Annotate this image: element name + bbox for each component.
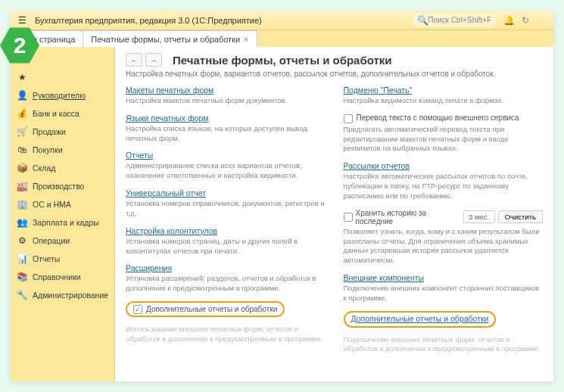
print-submenu-desc: Настройка видимости команд печати в форм… [344,96,544,106]
sidebar-icon: 👥 [17,217,27,228]
desc: Настройка списка языков, на которых дост… [126,124,326,144]
sidebar-icon: ⚙ [17,235,27,246]
right-footer-desc: Подключение внешних печатных форм, отчет… [344,335,544,355]
mailing-desc: Настройка автоматических рассылок отчето… [344,172,544,201]
checkbox-translate[interactable] [344,114,353,123]
sidebar-label: Справочники [33,272,81,282]
app-window: ☰ Бухгалтерия предприятия, редакция 3.0 … [11,11,553,381]
sidebar-label: Отчеты [33,254,60,263]
sidebar-icon: 🛍 [17,145,27,155]
sidebar-icon: 🏢 [17,199,27,210]
sidebar-item-11[interactable]: 📊Отчеты [11,250,114,268]
sidebar-icon: 📊 [17,254,27,264]
page-subtitle: Настройка печатных форм, вариантов отчет… [126,70,543,78]
search-input[interactable]: 🔍 Поиск Ctrl+Shift+F [413,14,496,27]
tab-print-forms[interactable]: Печатные формы, отчеты и обработки × [83,30,257,47]
sidebar-icon: 📚 [17,272,27,282]
link-2[interactable]: Отчеты [126,151,153,160]
step-badge: 2 [0,26,39,71]
main-content: ← → Печатные формы, отчеты и обработки Н… [115,47,553,381]
history-icon[interactable]: ↻ [520,15,531,26]
highlight-additional-reports-link: Дополнительные отчеты и обработки [344,311,497,328]
sidebar-icon: ★ [17,72,27,82]
close-icon[interactable]: × [244,35,248,44]
translate-label: Перевод текста с помощью внешнего сервис… [357,114,519,122]
print-submenu-link[interactable]: Подменю "Печать" [344,86,413,95]
history-input[interactable] [463,210,495,223]
highlight-additional-reports: ✓Дополнительные отчеты и обработки [126,301,285,317]
search-icon: 🔍 [417,15,428,26]
sidebar-icon: 🛒 [17,126,27,137]
sidebar-item-3[interactable]: 💰Банк и касса [11,104,114,123]
checkbox-additional-reports[interactable]: ✓ [133,305,142,314]
back-button[interactable]: ← [126,53,142,67]
history-desc: Позволяет узнать, когда, кому и с каким … [344,227,544,266]
sidebar-item-4[interactable]: 🛒Продажи [11,123,114,141]
bell-icon[interactable]: 🔔 [503,15,514,26]
sidebar-item-6[interactable]: 📦Склад [11,159,114,177]
app-title: Бухгалтерия предприятия, редакция 3.0 (1… [35,16,413,25]
external-components-desc: Подключение внешних компонент сторонних … [344,284,544,303]
sidebar-item-7[interactable]: 🏭Производство [11,177,114,195]
mailing-link[interactable]: Рассылки отчетов [344,161,410,170]
star-icon[interactable]: ☆ [537,15,547,26]
title-bar: ☰ Бухгалтерия предприятия, редакция 3.0 … [11,11,553,30]
desc: Настройка макетов печатных форм документ… [126,96,326,106]
translate-desc: Предлагать автоматический перевод текста… [344,125,544,154]
sidebar-label: Продажи [33,127,66,136]
sidebar-icon: 🔧 [17,290,27,300]
sidebar-label: Руководителю [33,91,86,100]
additional-reports-link[interactable]: Дополнительные отчеты и обработки [351,314,489,323]
external-components-link[interactable]: Внешние компоненты [344,273,425,282]
clear-button[interactable]: Очистить [498,210,543,223]
sidebar-label: Склад [33,163,55,173]
sidebar-icon: 👤 [17,90,27,101]
menu-icon[interactable]: ☰ [17,15,27,26]
sidebar-label: Покупки [33,145,63,154]
sidebar-label: Зарплата и кадры [33,218,99,227]
sidebar-item-8[interactable]: 🏢ОС и НМА [11,195,114,213]
link-1[interactable]: Языки печатных форм [126,114,208,123]
link-5[interactable]: Расширения [126,263,172,272]
footer-desc: Использование внешних печатных форм, отч… [126,325,326,344]
sidebar-item-10[interactable]: ⚙Операции [11,232,114,250]
sidebar-item-2[interactable]: 👤Руководителю [11,86,114,104]
sidebar-label: Операции [33,236,70,245]
desc: Установка номеров страниц, даты и других… [126,237,326,257]
sidebar-icon: 📦 [17,163,27,173]
sidebar-label: Администрирование [33,291,108,300]
sidebar: ≡★👤Руководителю💰Банк и касса🛒Продажи🛍Пок… [11,47,115,381]
page-title: Печатные формы, отчеты и обработки [173,54,392,67]
sidebar-label: ОС и НМА [33,200,71,209]
sidebar-item-9[interactable]: 👥Зарплата и кадры [11,213,114,232]
sidebar-item-12[interactable]: 📚Справочники [11,268,114,286]
sidebar-item-5[interactable]: 🛍Покупки [11,141,114,159]
desc: Установка номеров справочников, документ… [126,199,326,219]
link-3[interactable]: Универсальный отчет [126,188,206,198]
link-0[interactable]: Макеты печатных форм [126,86,213,95]
sidebar-icon: 💰 [17,108,27,119]
sidebar-icon: 🏭 [17,181,27,191]
desc: Администрирование списка всех вариантов … [126,161,326,181]
desc: Установка расширений: разделов, отчетов … [126,274,326,294]
history-label: Хранить историю за последние [356,209,460,226]
sidebar-item-13[interactable]: 🔧Администрирование [11,286,114,304]
link-4[interactable]: Настройка колонтитулов [126,226,217,235]
checkbox-history[interactable] [344,213,353,222]
sidebar-label: Банк и касса [33,109,79,118]
forward-button[interactable]: → [145,53,162,67]
sidebar-label: Производство [33,182,84,191]
checkbox-label: Дополнительные отчеты и обработки [146,305,277,313]
tab-bar: ьная страница Печатные формы, отчеты и о… [11,30,553,47]
